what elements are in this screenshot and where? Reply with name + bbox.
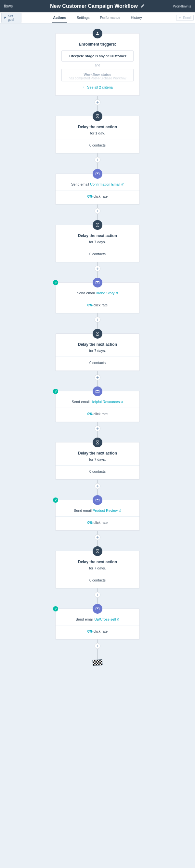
breadcrumb-left[interactable]: flows <box>4 4 33 8</box>
external-link-icon[interactable] <box>116 617 120 621</box>
email-card[interactable]: Send email Helpful Resources0% click rat… <box>55 391 140 422</box>
connector: + <box>97 479 98 493</box>
add-step-button[interactable]: + <box>94 266 101 272</box>
external-link-icon[interactable] <box>120 400 123 404</box>
email-action-text: Send email Product Review <box>55 508 140 513</box>
step-contacts: 0 contacts <box>55 465 140 473</box>
step-title: Delay the next action <box>55 234 140 238</box>
add-step-button[interactable]: + <box>94 317 101 323</box>
connector-end: + <box>97 640 98 652</box>
edit-title-icon[interactable] <box>141 4 145 9</box>
connector: + <box>97 205 98 217</box>
step-duration: for 7 days. <box>55 458 140 461</box>
add-step-button[interactable]: + <box>94 374 101 380</box>
ab-test-icon <box>53 497 58 503</box>
hourglass-icon <box>93 111 102 121</box>
connector: + <box>97 531 98 544</box>
ab-test-icon <box>53 389 58 394</box>
email-icon <box>93 604 102 614</box>
step-title: Delay the next action <box>55 125 140 129</box>
click-rate: 0% click rate <box>55 299 140 307</box>
enrollment-trigger-card[interactable]: Enrollment triggers: Lifecycle stage is … <box>55 33 140 96</box>
tab-history[interactable]: History <box>130 12 142 23</box>
step-title: Delay the next action <box>55 342 140 347</box>
page-title: New Customer Campaign Workflow <box>50 3 138 9</box>
add-step-button[interactable]: + <box>94 643 101 649</box>
hourglass-icon <box>93 220 102 230</box>
external-link-icon[interactable] <box>118 508 121 513</box>
add-step-button[interactable]: + <box>94 208 101 214</box>
add-step-button[interactable]: + <box>94 99 101 105</box>
delay-card[interactable]: Delay the next actionfor 1 day.0 contact… <box>55 116 140 153</box>
connector: + <box>97 371 98 384</box>
add-step-button[interactable]: + <box>94 483 101 489</box>
add-step-button[interactable]: + <box>94 534 101 540</box>
criteria-and: and <box>62 63 133 67</box>
email-action-text: Send email Brand Story <box>55 291 140 295</box>
email-name-link[interactable]: Helpful Resources <box>91 400 120 404</box>
step-contacts: 0 contacts <box>55 356 140 365</box>
click-rate: 0% click rate <box>55 408 140 416</box>
step-contacts: 0 contacts <box>55 574 140 582</box>
see-all-criteria-link[interactable]: See all 2 criteria <box>82 85 113 89</box>
email-card[interactable]: Send email Brand Story0% click rate <box>55 282 140 313</box>
ab-test-icon <box>53 280 58 285</box>
tab-bar: Actions Settings Performance History <box>23 12 172 23</box>
add-step-button[interactable]: + <box>94 157 101 163</box>
email-icon <box>93 169 102 179</box>
criteria-1[interactable]: Lifecycle stage is any of Customer <box>62 51 133 62</box>
delay-card[interactable]: Delay the next actionfor 7 days.0 contac… <box>55 333 140 371</box>
set-goal-button[interactable]: Set goal <box>1 13 22 23</box>
step-duration: for 1 day. <box>55 131 140 135</box>
email-card[interactable]: Send email Product Review0% click rate <box>55 500 140 531</box>
enroll-button[interactable]: Enroll <box>176 14 194 21</box>
hourglass-icon <box>93 438 102 447</box>
connector: + <box>97 262 98 275</box>
step-contacts: 0 contacts <box>55 139 140 147</box>
connector: + <box>97 422 98 435</box>
finish-icon <box>92 659 102 666</box>
connector: + <box>97 588 98 601</box>
email-name-link[interactable]: Up/Cross-sell <box>94 617 116 621</box>
connector: + <box>97 153 98 166</box>
external-link-icon[interactable] <box>120 182 124 186</box>
click-rate: 0% click rate <box>55 625 140 633</box>
step-duration: for 7 days. <box>55 349 140 352</box>
step-duration: for 7 days. <box>55 566 140 570</box>
trigger-heading: Enrollment triggers: <box>62 42 133 46</box>
ab-test-icon <box>53 606 58 612</box>
email-icon <box>93 278 102 287</box>
email-card[interactable]: Send email Up/Cross-sell0% click rate <box>55 609 140 640</box>
click-rate: 0% click rate <box>55 516 140 525</box>
email-action-text: Send email Helpful Resources <box>55 400 140 404</box>
add-step-button[interactable]: + <box>94 426 101 431</box>
tab-actions[interactable]: Actions <box>52 12 67 23</box>
tab-settings[interactable]: Settings <box>76 12 90 23</box>
add-step-button[interactable]: + <box>94 592 101 598</box>
subheader: Set goal Actions Settings Performance Hi… <box>0 12 195 24</box>
tab-performance[interactable]: Performance <box>99 12 121 23</box>
person-icon <box>93 29 102 38</box>
email-card[interactable]: Send email Confirmation Email0% click ra… <box>55 174 140 205</box>
hourglass-icon <box>93 329 102 339</box>
email-action-text: Send email Up/Cross-sell <box>55 617 140 621</box>
workflow-canvas[interactable]: Enrollment triggers: Lifecycle stage is … <box>0 24 195 691</box>
external-link-icon[interactable] <box>115 291 118 295</box>
step-title: Delay the next action <box>55 560 140 564</box>
delay-card[interactable]: Delay the next actionfor 7 days.0 contac… <box>55 225 140 262</box>
click-rate: 0% click rate <box>55 190 140 198</box>
delay-card[interactable]: Delay the next actionfor 7 days.0 contac… <box>55 442 140 479</box>
hourglass-icon <box>93 546 102 556</box>
breadcrumb-right: Workflow is <box>162 4 191 8</box>
connector: + <box>97 96 98 109</box>
email-name-link[interactable]: Confirmation Email <box>90 182 120 186</box>
email-action-text: Send email Confirmation Email <box>55 182 140 186</box>
email-name-link[interactable]: Brand Story <box>96 291 115 295</box>
email-name-link[interactable]: Product Review <box>93 508 118 513</box>
criteria-2[interactable]: Workflow status has completed Post-Purch… <box>62 69 133 82</box>
delay-card[interactable]: Delay the next actionfor 7 days.0 contac… <box>55 551 140 588</box>
topbar: flows New Customer Campaign Workflow Wor… <box>0 0 195 12</box>
step-title: Delay the next action <box>55 451 140 456</box>
email-icon <box>93 495 102 505</box>
step-duration: for 7 days. <box>55 240 140 244</box>
